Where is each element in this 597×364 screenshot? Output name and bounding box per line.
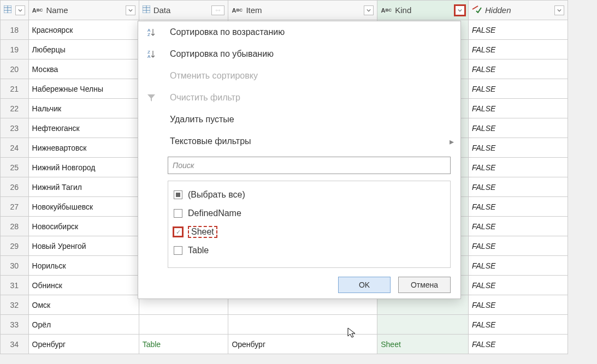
cell-hidden[interactable]: FALSE bbox=[469, 276, 568, 295]
column-label: Kind bbox=[395, 5, 411, 15]
cell-name[interactable]: Обнинск bbox=[28, 276, 139, 295]
text-filters[interactable]: Текстовые фильтры ▸ bbox=[138, 130, 460, 152]
column-header-hidden[interactable]: Hidden bbox=[469, 1, 568, 20]
checkbox-checked[interactable] bbox=[174, 228, 182, 236]
checkbox-indeterminate[interactable] bbox=[174, 190, 182, 199]
cell-hidden[interactable]: FALSE bbox=[469, 177, 568, 197]
cell-hidden[interactable]: FALSE bbox=[469, 59, 568, 79]
cell-name[interactable]: Нижний Новгород bbox=[28, 158, 139, 177]
cell-hidden[interactable]: FALSE bbox=[469, 256, 568, 276]
cell-hidden[interactable]: FALSE bbox=[469, 158, 568, 177]
cell-name[interactable]: Нальчик bbox=[28, 99, 139, 118]
cell-name[interactable]: Люберцы bbox=[28, 40, 139, 59]
cell-item[interactable]: Оренбург bbox=[228, 335, 377, 354]
cell-name[interactable]: Омск bbox=[28, 295, 139, 315]
row-number: 33 bbox=[1, 315, 29, 335]
dropdown-icon[interactable] bbox=[15, 5, 25, 15]
cell-hidden[interactable]: FALSE bbox=[469, 20, 568, 40]
cell-name[interactable]: Нефтеюганск bbox=[28, 118, 139, 138]
menu-label: Сортировка по убыванию bbox=[170, 49, 274, 59]
filter-option-sheet[interactable]: Sheet bbox=[174, 223, 445, 241]
option-label: DefinedName bbox=[188, 208, 241, 218]
cell-name[interactable]: Нижний Тагил bbox=[28, 177, 139, 197]
sort-ascending[interactable]: AZ Сортировка по возрастанию bbox=[138, 21, 460, 43]
row-number: 30 bbox=[1, 256, 29, 276]
cell-name[interactable]: Новокуйбышевск bbox=[28, 197, 139, 217]
row-number: 19 bbox=[1, 40, 29, 59]
expand-icon[interactable] bbox=[211, 5, 224, 15]
table-row[interactable]: 33ОрёлFALSE bbox=[1, 315, 568, 335]
menu-label: Очистить фильтр bbox=[170, 93, 240, 103]
row-number: 28 bbox=[1, 217, 29, 236]
cell-name[interactable]: Красноярск bbox=[28, 20, 139, 40]
column-header-rownum[interactable] bbox=[1, 1, 29, 20]
cell-hidden[interactable]: FALSE bbox=[469, 217, 568, 236]
remove-empty[interactable]: Удалить пустые bbox=[138, 109, 460, 130]
cell-data[interactable] bbox=[139, 315, 228, 335]
option-label: Table bbox=[188, 246, 209, 255]
table-icon bbox=[4, 5, 11, 15]
cell-name[interactable]: Норильск bbox=[28, 256, 139, 276]
cell-hidden[interactable]: FALSE bbox=[469, 40, 568, 59]
filter-panel: AZ Сортировка по возрастанию ZA Сортиров… bbox=[138, 21, 461, 299]
cell-hidden[interactable]: FALSE bbox=[469, 138, 568, 158]
sort-descending[interactable]: ZA Сортировка по убыванию bbox=[138, 43, 460, 65]
dropdown-icon[interactable] bbox=[364, 5, 374, 15]
filter-option-select-all[interactable]: (Выбрать все) bbox=[174, 186, 445, 204]
search-input[interactable]: Поиск bbox=[168, 157, 451, 174]
column-header-name[interactable]: ABC Name bbox=[28, 1, 139, 20]
cell-hidden[interactable]: FALSE bbox=[469, 79, 568, 99]
cell-name[interactable]: Орёл bbox=[28, 315, 139, 335]
row-number: 32 bbox=[1, 295, 29, 315]
column-label: Name bbox=[46, 5, 68, 15]
submenu-arrow-icon: ▸ bbox=[450, 136, 454, 147]
row-number: 31 bbox=[1, 276, 29, 295]
row-number: 29 bbox=[1, 236, 29, 256]
menu-label: Текстовые фильтры bbox=[170, 136, 251, 146]
ok-button[interactable]: OK bbox=[338, 277, 391, 293]
cell-kind[interactable] bbox=[377, 315, 469, 335]
cell-name[interactable]: Набережные Челны bbox=[28, 79, 139, 99]
sort-asc-icon: AZ bbox=[140, 27, 162, 37]
checkbox-unchecked[interactable] bbox=[174, 246, 182, 255]
column-header-data[interactable]: Data bbox=[139, 1, 228, 20]
cell-hidden[interactable]: FALSE bbox=[469, 118, 568, 138]
column-header-kind[interactable]: ABC Kind bbox=[377, 1, 469, 20]
cell-hidden[interactable]: FALSE bbox=[469, 335, 568, 354]
table-row[interactable]: 34ОренбургTableОренбургSheetFALSE bbox=[1, 335, 568, 354]
row-number: 24 bbox=[1, 138, 29, 158]
search-placeholder: Поиск bbox=[173, 161, 194, 170]
column-header-item[interactable]: ABC Item bbox=[228, 1, 377, 20]
cell-item[interactable] bbox=[228, 315, 377, 335]
cell-name[interactable]: Новый Уренгой bbox=[28, 236, 139, 256]
cell-hidden[interactable]: FALSE bbox=[469, 295, 568, 315]
dropdown-icon[interactable] bbox=[455, 5, 465, 15]
column-label: Hidden bbox=[485, 5, 511, 15]
menu-label: Сортировка по возрастанию bbox=[170, 27, 285, 37]
column-label: Item bbox=[246, 5, 262, 15]
cell-name[interactable]: Москва bbox=[28, 59, 139, 79]
cell-data[interactable]: Table bbox=[139, 335, 228, 354]
dropdown-icon[interactable] bbox=[554, 5, 564, 15]
filter-option-table[interactable]: Table bbox=[174, 241, 445, 260]
cell-name[interactable]: Оренбург bbox=[28, 335, 139, 354]
cell-name[interactable]: Новосибирск bbox=[28, 217, 139, 236]
cell-hidden[interactable]: FALSE bbox=[469, 315, 568, 335]
dropdown-icon[interactable] bbox=[126, 5, 135, 15]
cell-hidden[interactable]: FALSE bbox=[469, 197, 568, 217]
checkbox-unchecked[interactable] bbox=[174, 209, 182, 218]
option-label: Sheet bbox=[188, 226, 217, 238]
clear-filter: Очистить фильтр bbox=[138, 87, 460, 109]
cancel-button[interactable]: Отмена bbox=[398, 277, 451, 293]
cell-name[interactable]: Нижневартовск bbox=[28, 138, 139, 158]
cell-kind[interactable]: Sheet bbox=[377, 335, 469, 354]
svg-text:Z: Z bbox=[147, 32, 150, 37]
button-label: Отмена bbox=[411, 281, 438, 289]
cell-hidden[interactable]: FALSE bbox=[469, 99, 568, 118]
filter-values-list: (Выбрать все) DefinedName Sheet Table bbox=[168, 181, 451, 268]
filter-option-definedname[interactable]: DefinedName bbox=[174, 204, 445, 223]
row-number: 22 bbox=[1, 99, 29, 118]
boolean-type-icon bbox=[472, 5, 482, 15]
row-number: 18 bbox=[1, 20, 29, 40]
cell-hidden[interactable]: FALSE bbox=[469, 236, 568, 256]
